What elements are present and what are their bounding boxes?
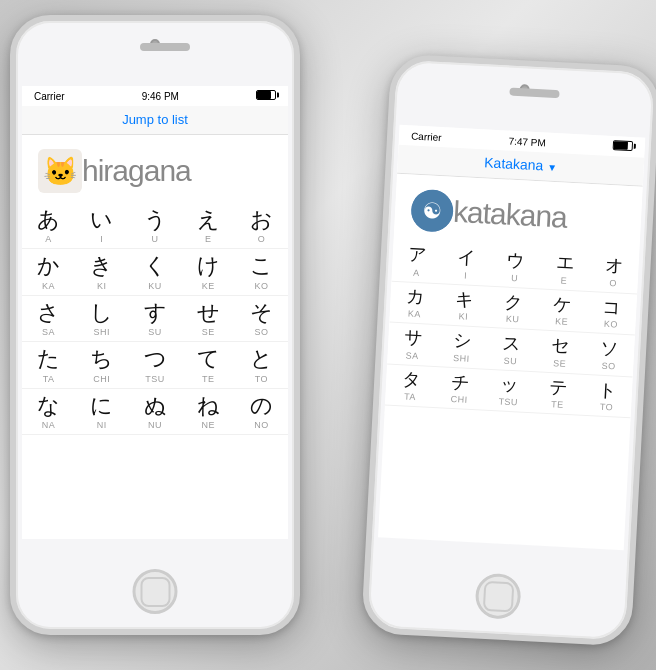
kana-cell: セ SE — [535, 331, 586, 374]
kana-cell: す SU — [128, 296, 181, 341]
battery-icon-right — [613, 140, 633, 151]
carrier-right: Carrier — [411, 130, 442, 143]
kana-cell: た TA — [22, 342, 75, 387]
home-button-left[interactable] — [133, 569, 178, 614]
kana-cell: せ SE — [182, 296, 235, 341]
kana-cell: エ E — [539, 247, 590, 290]
kana-cell: つ TSU — [128, 342, 181, 387]
kana-cell: タ TA — [385, 364, 436, 407]
kana-cell: お O — [235, 203, 288, 248]
kana-cell: と TO — [235, 342, 288, 387]
home-button-right[interactable] — [474, 573, 521, 620]
kana-cell: サ SA — [387, 323, 438, 366]
phones-container: Carrier 9:46 PM Jump to list — [0, 0, 656, 670]
maneki-logo: 🐱 — [38, 149, 82, 193]
nav-bar-left: Jump to list — [22, 106, 288, 135]
kana-cell: ア A — [391, 240, 442, 283]
home-button-inner-left — [140, 577, 170, 607]
kana-cell: オ O — [588, 250, 639, 293]
kana-cell: の NO — [235, 389, 288, 434]
kana-cell: シ SHI — [436, 325, 487, 368]
kana-cell: く KU — [128, 249, 181, 294]
phone-left: Carrier 9:46 PM Jump to list — [10, 15, 300, 635]
kana-cell: ト TO — [581, 375, 632, 418]
kana-cell: イ I — [441, 242, 492, 285]
battery-icon-left — [256, 90, 276, 100]
kana-cell: ッ TSU — [483, 369, 534, 412]
kana-cell: コ KO — [586, 292, 637, 335]
kana-cell: ス SU — [485, 328, 536, 371]
app-header-left: 🐱 hiragana — [22, 143, 288, 203]
hiragana-grid: あ A い I う U え E — [22, 203, 288, 435]
kana-row-4: た TA ち CHI つ TSU て TE — [22, 342, 288, 388]
kana-cell: ケ KE — [537, 289, 588, 332]
kana-cell: し SHI — [75, 296, 128, 341]
hiragana-title: hiragana — [82, 154, 191, 188]
time-right: 7:47 PM — [508, 135, 546, 148]
kana-row-5: な NA に NI ぬ NU ね NE — [22, 389, 288, 435]
jump-to-list-link[interactable]: Jump to list — [122, 112, 188, 127]
kana-row-3: さ SA し SHI す SU せ SE — [22, 296, 288, 342]
kana-cell: い I — [75, 203, 128, 248]
speaker-left — [140, 43, 190, 51]
kana-row-2: か KA き KI く KU け KE — [22, 249, 288, 295]
phone-right: Carrier 7:47 PM Katakana ▼ — [361, 53, 656, 646]
kana-cell: ち CHI — [75, 342, 128, 387]
kana-cell: ソ SO — [584, 333, 635, 376]
kana-cell: う U — [128, 203, 181, 248]
kana-row-1: あ A い I う U え E — [22, 203, 288, 249]
kana-cell: ク KU — [488, 286, 539, 329]
kana-cell: か KA — [22, 249, 75, 294]
app-content-right: ☯ katakana ア A イ I — [384, 174, 642, 427]
time-left: 9:46 PM — [142, 91, 179, 102]
kana-cell: あ A — [22, 203, 75, 248]
kana-cell: き KI — [75, 249, 128, 294]
kana-cell: て TE — [182, 342, 235, 387]
carrier-left: Carrier — [34, 91, 65, 102]
katakana-nav-title[interactable]: Katakana ▼ — [484, 154, 558, 174]
status-bar-left: Carrier 9:46 PM — [22, 86, 288, 106]
kana-cell: ウ U — [490, 245, 541, 288]
battery-fill-left — [257, 91, 271, 99]
battery-fill-right — [614, 141, 628, 150]
kana-cell: ね NE — [182, 389, 235, 434]
svg-text:☯: ☯ — [422, 198, 443, 224]
kana-cell: カ KA — [389, 281, 440, 324]
screen-right: Carrier 7:47 PM Katakana ▼ — [378, 125, 645, 550]
battery-left — [256, 90, 276, 102]
kana-cell: な NA — [22, 389, 75, 434]
kana-cell: さ SA — [22, 296, 75, 341]
daruma-logo: ☯ — [410, 189, 454, 233]
battery-right — [612, 140, 633, 153]
kana-cell: こ KO — [235, 249, 288, 294]
kana-cell: に NI — [75, 389, 128, 434]
screen-left: Carrier 9:46 PM Jump to list — [22, 86, 288, 539]
kana-cell: キ KI — [438, 284, 489, 327]
kana-cell: チ CHI — [434, 367, 485, 410]
dropdown-arrow-icon: ▼ — [547, 162, 557, 174]
kana-cell: そ SO — [235, 296, 288, 341]
svg-text:🐱: 🐱 — [43, 155, 78, 188]
speaker-right — [509, 88, 559, 99]
kana-cell: ぬ NU — [128, 389, 181, 434]
kana-cell: え E — [182, 203, 235, 248]
home-button-inner-right — [482, 580, 514, 612]
kana-cell: け KE — [182, 249, 235, 294]
katakana-title: katakana — [452, 195, 567, 235]
katakana-grid: ア A イ I ウ U エ E — [385, 240, 639, 419]
kana-cell: テ TE — [532, 372, 583, 415]
app-content-left: 🐱 hiragana あ A い I — [22, 135, 288, 443]
